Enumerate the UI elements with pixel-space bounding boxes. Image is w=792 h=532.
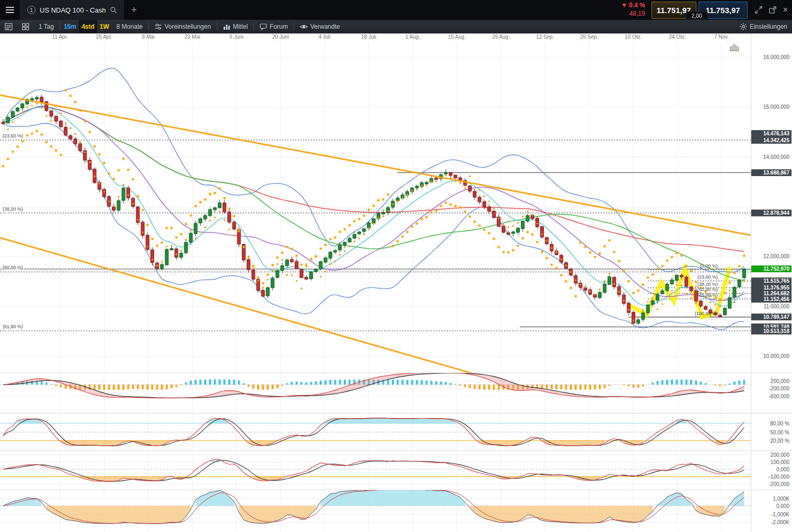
add-tab-button[interactable]: +: [125, 0, 143, 20]
instrument-title: US NDAQ 100 - Cash: [40, 6, 106, 14]
current-price-badge: 11.752,970: [751, 265, 791, 272]
fib-level-label: (61,80 %): [656, 293, 718, 298]
price-chart-canvas[interactable]: [0, 33, 751, 532]
sliders-icon: [155, 23, 162, 30]
price-axis-label: 15.000,000: [753, 104, 789, 110]
indicators-button[interactable]: Mittel: [218, 20, 253, 33]
close-icon[interactable]: ×: [783, 6, 788, 14]
fib-level-label: (50,00 %): [2, 265, 24, 270]
fib-level-label: (61,80 %): [2, 324, 24, 329]
spread-value: 2,00: [686, 11, 708, 19]
related-button[interactable]: Verwandte: [295, 20, 345, 33]
fib-level-label: (38,20 %): [2, 206, 24, 212]
date-label: 1 Aug.: [405, 34, 420, 40]
price-change: ▼ 0.4 % 48,19: [621, 2, 645, 18]
grid-layout-button[interactable]: [17, 20, 34, 33]
quote-panel: 11.751,97 11.753,97 2,00: [651, 0, 748, 20]
price-level-badge: 10.789,147: [751, 314, 791, 320]
speech-bubble-icon: [260, 23, 267, 30]
date-label: 7 Nov.: [714, 34, 729, 40]
date-label: 15 Aug.: [448, 34, 466, 40]
panel-axis-label: 20,00 %: [753, 438, 789, 444]
bar-chart-icon: [223, 23, 230, 30]
hamburger-icon: [6, 5, 14, 15]
panel-separator: [0, 450, 792, 451]
timeframe-4std-button[interactable]: 4std: [79, 20, 97, 33]
panel-axis-label: 100,000: [753, 459, 789, 465]
change-absolute: 48,19: [630, 10, 645, 18]
date-label: 9 Mai: [142, 34, 155, 40]
panel-axis-label: 1,000K: [753, 496, 789, 502]
date-label: 29 Aug.: [492, 34, 510, 40]
title-bar: 1 US NDAQ 100 - Cash + ▼ 0.4 % 48,19 11.…: [0, 0, 792, 20]
panel-axis-label: 80,00 %: [753, 421, 789, 426]
panel-separator: [0, 490, 792, 490]
tab-index-badge: 1: [27, 6, 36, 14]
date-label: 10 Okt.: [625, 34, 642, 40]
fib-level-label: (0,00 %): [656, 263, 718, 269]
timeframe-1w-button[interactable]: 1W: [97, 20, 112, 33]
price-axis-label: 12.000,000: [753, 253, 789, 259]
price-level-badge: 11.152,456: [751, 296, 791, 303]
date-label: 18 Juli: [361, 34, 376, 40]
period-select[interactable]: 1 Tag: [34, 20, 59, 33]
panel-axis-label: 0,000: [753, 503, 789, 509]
forum-button[interactable]: Forum: [255, 20, 293, 33]
gear-icon: [740, 23, 747, 30]
date-label: 11 Apr.: [52, 34, 68, 40]
fib-level-label: (38,20 %): [656, 282, 718, 287]
date-label: 4 Juli: [319, 34, 331, 40]
date-label: 20 Juni: [272, 34, 289, 40]
eye-icon: [300, 24, 308, 30]
price-level-badge: 12.878,944: [751, 210, 791, 216]
panel-axis-label: -200,000: [753, 481, 789, 487]
price-level-badge: 10.513,318: [751, 328, 791, 334]
panel-axis-label: -200,000: [753, 386, 789, 391]
panel-axis-label: -2,000K: [753, 519, 789, 525]
price-axis-label: 11.000,000: [753, 304, 789, 309]
timeframe-15m-button[interactable]: 15m: [61, 20, 79, 33]
settings-button[interactable]: Einstellungen: [735, 20, 792, 33]
price-level-badge: 14.342,425: [751, 137, 791, 144]
panel-axis-label: -100,000: [753, 474, 789, 480]
date-label: 25 Apr.: [96, 34, 112, 40]
price-axis-label: 10.000,000: [753, 353, 789, 359]
popout-window-icon[interactable]: [769, 6, 776, 14]
chart-toolbar: 1 Tag 15m 4std 1W 8 Monate Voreinstellun…: [0, 20, 792, 33]
date-label: 12 Sep.: [536, 34, 554, 40]
price-axis-label: 14.000,000: [753, 154, 789, 160]
panel-axis-label: -1,000K: [753, 512, 789, 517]
panel-axis-label: 0,000: [753, 467, 789, 472]
date-label: 6 Juni: [229, 34, 243, 40]
panel-separator: [0, 373, 792, 373]
expand-icon[interactable]: [755, 6, 762, 14]
panel-axis-label: 200,000: [753, 378, 789, 384]
panel-axis-label: -600,000: [753, 394, 789, 399]
panel-axis-label: 50,00 %: [753, 430, 789, 435]
change-direction-icon: ▼: [621, 2, 627, 9]
panel-separator: [0, 413, 792, 413]
fib-level-label: (23,60 %): [2, 133, 24, 138]
chart-panel-button[interactable]: [0, 20, 17, 33]
menu-button[interactable]: [0, 0, 20, 20]
price-level-badge: 14.476,143: [751, 130, 791, 137]
price-level-badge: 11.515,765: [751, 277, 791, 284]
fib-level-label: (100,00 %): [656, 311, 718, 316]
price-level-badge: 13.688,867: [751, 169, 791, 176]
fib-level-label: (23,60 %): [656, 274, 718, 280]
panel-axis-label: 200,000: [753, 452, 789, 458]
search-icon[interactable]: [110, 6, 117, 14]
chart-area: 11 Apr.25 Apr.9 Mai23 Mai6 Juni20 Juni4 …: [0, 33, 792, 532]
date-label: 26 Sep.: [580, 34, 598, 40]
instrument-tab[interactable]: 1 US NDAQ 100 - Cash: [20, 0, 125, 20]
visible-range-label: 8 Monate: [112, 20, 147, 33]
presets-button[interactable]: Voreinstellungen: [150, 20, 216, 33]
change-percent: 0.4 %: [629, 2, 645, 9]
fib-level-label: (50,00 %): [656, 287, 718, 292]
price-axis-label: 16.000,000: [753, 54, 789, 60]
date-label: 24 Okt.: [669, 34, 685, 40]
date-label: 23 Mai: [184, 34, 200, 40]
